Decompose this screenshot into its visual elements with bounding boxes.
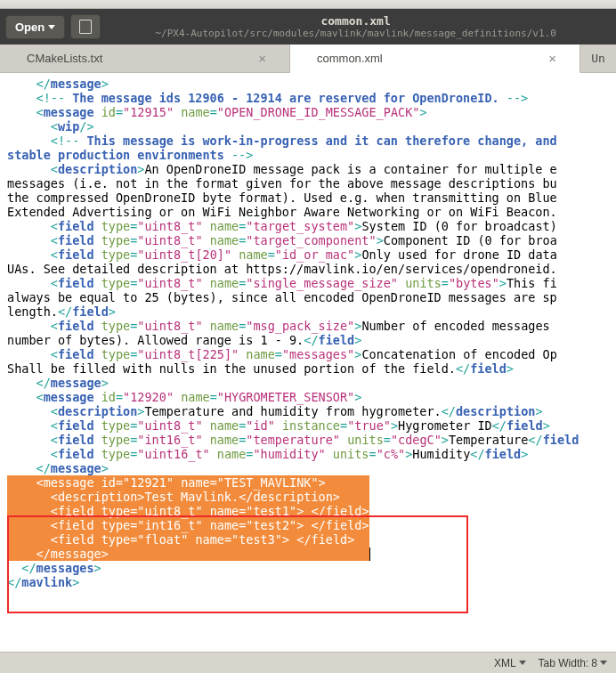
chevron-down-icon	[600, 661, 607, 665]
title-center: common.xml ~/PX4-Autopilot/src/modules/m…	[101, 14, 611, 39]
tab-common-xml[interactable]: common.xml ×	[290, 45, 580, 73]
tab-overflow[interactable]: Un	[580, 45, 616, 72]
tab-bar: CMakeLists.txt × common.xml × Un	[0, 45, 616, 73]
highlighted-message-block: <message id="12921" name="TEST_MAVLINK">…	[7, 475, 369, 561]
chevron-down-icon	[48, 25, 55, 29]
status-bar: XML Tab Width: 8	[0, 652, 616, 673]
editor-content[interactable]: </message> <!-- The message ids 12906 - …	[0, 73, 616, 652]
status-tab-width[interactable]: Tab Width: 8	[539, 657, 607, 669]
tab-label: Un	[591, 52, 605, 65]
status-lang[interactable]: XML	[494, 657, 526, 669]
tab-label: common.xml	[317, 52, 383, 65]
window-partial-menu	[0, 0, 616, 9]
window-title: common.xml	[101, 14, 611, 28]
tab-cmakelists[interactable]: CMakeLists.txt ×	[0, 45, 290, 72]
window-subtitle: ~/PX4-Autopilot/src/modules/mavlink/mavl…	[101, 28, 611, 39]
tab-close-icon[interactable]: ×	[543, 51, 562, 66]
open-button[interactable]: Open	[5, 15, 65, 39]
document-icon	[79, 20, 92, 34]
new-document-button[interactable]	[70, 14, 101, 39]
tab-close-icon[interactable]: ×	[253, 51, 272, 66]
tab-label: CMakeLists.txt	[27, 52, 102, 65]
chevron-down-icon	[519, 661, 526, 665]
title-bar: Open common.xml ~/PX4-Autopilot/src/modu…	[0, 9, 616, 45]
text-cursor	[369, 547, 370, 561]
open-label: Open	[15, 20, 45, 34]
